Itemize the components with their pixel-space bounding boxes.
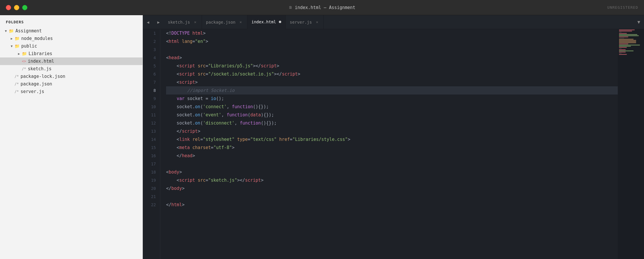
sidebar-item-public[interactable]: ▼ 📁 public: [0, 42, 142, 50]
tab-server-js[interactable]: server.js ✕: [286, 15, 324, 29]
sidebar-item-assignment[interactable]: ▼ 📁 Assignment: [0, 27, 142, 35]
folder-icon: 📁: [15, 44, 20, 48]
arrow-icon: ▼: [3, 29, 9, 33]
sidebar-header: FOLDERS: [0, 15, 142, 27]
sidebar-item-libraries[interactable]: ▶ 📁 Libraries: [0, 50, 142, 57]
code-line-10: socket.on('connect', function(){});: [166, 103, 618, 111]
titlebar: 🗎 index.html — Assignment UNREGISTERED: [0, 0, 644, 15]
tab-bar: ◀ ▶ sketch.js ✕ package.json ✕ index.htm…: [143, 15, 644, 29]
line-num-18: 18: [143, 168, 156, 176]
line-num-13: 13: [143, 127, 156, 135]
file-js-icon: /*: [15, 90, 19, 94]
tab-index-html[interactable]: index.html: [247, 15, 286, 29]
sidebar-item-package-lock-json[interactable]: /* package-lock.json: [0, 73, 142, 80]
code-line-15: <meta charset="utf-8">: [166, 144, 618, 152]
main-layout: FOLDERS ▼ 📁 Assignment ▶ 📁 node_modules …: [0, 15, 644, 259]
tab-label: server.js: [290, 20, 312, 24]
code-line-7: <script>: [166, 78, 618, 86]
code-line-18: <body>: [166, 168, 618, 176]
line-num-10: 10: [143, 103, 156, 111]
sidebar-item-index-html[interactable]: <> index.html: [0, 57, 142, 65]
window-controls[interactable]: [6, 5, 27, 10]
line-numbers: 1 2 3 4 5 6 7 8 9 10 11 12 13 14 15 16 1…: [143, 29, 160, 259]
editor-area: ◀ ▶ sketch.js ✕ package.json ✕ index.htm…: [143, 15, 644, 259]
line-num-19: 19: [143, 176, 156, 184]
minimize-button[interactable]: [14, 5, 19, 10]
tab-close-icon[interactable]: ✕: [193, 20, 198, 24]
tab-close-icon[interactable]: ✕: [238, 20, 243, 24]
code-line-21: [166, 192, 618, 201]
code-line-2: <html lang="en">: [166, 37, 618, 46]
minimap-content: [618, 29, 644, 55]
tab-nav-forward[interactable]: ▶: [153, 15, 164, 29]
code-line-14: <link rel="stylesheet" type="text/css" h…: [166, 135, 618, 144]
code-line-19: <script src="sketch.js"></script>: [166, 176, 618, 184]
tab-nav-back[interactable]: ◀: [143, 15, 153, 29]
code-line-5: <script src="Libraries/p5.js"></script>: [166, 62, 618, 70]
code-line-4: <head>: [166, 54, 618, 62]
minimap[interactable]: [618, 29, 644, 259]
line-num-1: 1: [143, 29, 156, 37]
sidebar-item-sketch-js[interactable]: /* sketch.js: [0, 65, 142, 73]
code-line-11: socket.on('event', function(data){});: [166, 111, 618, 119]
sidebar-item-label: node_modules: [21, 36, 53, 41]
line-num-5: 5: [143, 62, 156, 70]
file-json-icon: /*: [15, 74, 19, 78]
sidebar-item-label: server.js: [20, 89, 44, 94]
editor-content[interactable]: 1 2 3 4 5 6 7 8 9 10 11 12 13 14 15 16 1…: [143, 29, 644, 259]
tab-label: sketch.js: [168, 20, 190, 24]
line-num-8: 8: [143, 86, 156, 94]
line-num-16: 16: [143, 152, 156, 160]
line-num-6: 6: [143, 70, 156, 78]
code-line-20: </body>: [166, 184, 618, 192]
arrow-icon: ▼: [9, 44, 15, 48]
sidebar: FOLDERS ▼ 📁 Assignment ▶ 📁 node_modules …: [0, 15, 143, 259]
tab-modified-dot: [279, 21, 281, 23]
line-num-15: 15: [143, 144, 156, 152]
sidebar-item-label: Libraries: [29, 51, 52, 56]
line-num-20: 20: [143, 184, 156, 192]
line-num-2: 2: [143, 37, 156, 46]
code-editor[interactable]: <!DOCTYPE html> <html lang="en"> <head> …: [160, 29, 618, 259]
sidebar-item-package-json[interactable]: /* package.json: [0, 80, 142, 88]
folder-icon: 📁: [15, 36, 20, 41]
line-num-3: 3: [143, 46, 156, 54]
code-line-13: </script>: [166, 127, 618, 135]
tab-label: package.json: [206, 20, 235, 24]
sidebar-item-label: public: [21, 43, 37, 49]
tab-dropdown-icon[interactable]: ▼: [634, 15, 644, 29]
code-line-9: var socket = io();: [166, 94, 618, 103]
file-json-icon: /*: [15, 82, 19, 86]
tab-sketch-js[interactable]: sketch.js ✕: [164, 15, 202, 29]
code-line-16: </head>: [166, 152, 618, 160]
window-title: 🗎 index.html — Assignment: [289, 5, 356, 10]
line-num-9: 9: [143, 94, 156, 103]
unregistered-label: UNREGISTERED: [607, 5, 638, 10]
sidebar-item-label: sketch.js: [28, 66, 51, 71]
code-line-6: <script src="/socket.io/socket.io.js"></…: [166, 70, 618, 78]
sidebar-item-label: index.html: [28, 59, 54, 64]
line-num-14: 14: [143, 135, 156, 144]
file-icon: 🗎: [289, 5, 293, 10]
sidebar-item-label: package-lock.json: [20, 74, 65, 79]
line-num-4: 4: [143, 54, 156, 62]
sidebar-item-server-js[interactable]: /* server.js: [0, 88, 142, 95]
line-num-17: 17: [143, 160, 156, 168]
tab-close-icon[interactable]: ✕: [315, 20, 319, 24]
close-button[interactable]: [6, 5, 11, 10]
code-line-8: //import Socket.io: [166, 86, 618, 94]
tab-package-json[interactable]: package.json ✕: [202, 15, 247, 29]
sidebar-item-label: package.json: [20, 81, 52, 87]
folder-icon: 📁: [22, 51, 27, 56]
arrow-icon: ▶: [9, 37, 15, 41]
code-line-1: <!DOCTYPE html>: [166, 29, 618, 37]
code-line-3: [166, 46, 618, 54]
line-num-22: 22: [143, 201, 156, 209]
folder-icon: 📁: [9, 29, 14, 33]
line-num-21: 21: [143, 192, 156, 201]
line-num-11: 11: [143, 111, 156, 119]
arrow-icon: ▶: [16, 52, 22, 56]
maximize-button[interactable]: [22, 5, 27, 10]
code-line-12: socket.on('disconnect', function(){});: [166, 119, 618, 127]
sidebar-item-node-modules[interactable]: ▶ 📁 node_modules: [0, 35, 142, 42]
